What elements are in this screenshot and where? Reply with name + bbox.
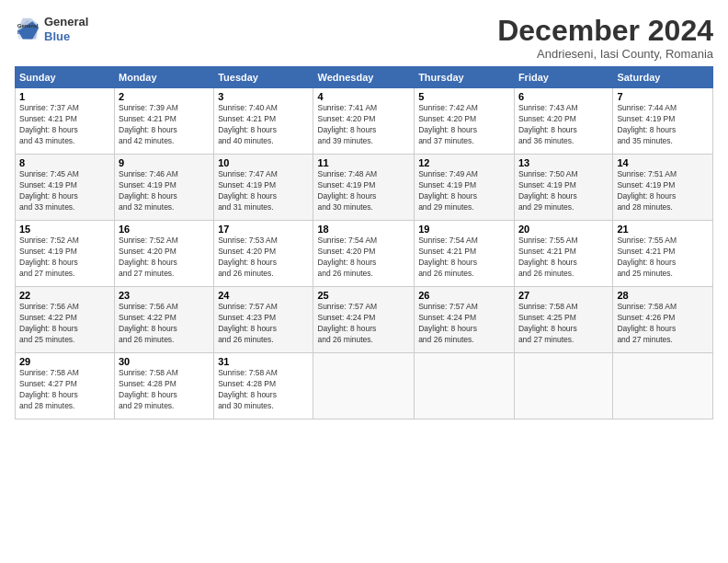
day-number: 18 <box>317 224 410 235</box>
calendar-body: 1Sunrise: 7:37 AM Sunset: 4:21 PM Daylig… <box>16 88 713 419</box>
logo: General Blue General Blue <box>15 15 88 43</box>
calendar-cell <box>313 353 415 419</box>
day-number: 21 <box>617 224 709 235</box>
day-number: 23 <box>119 290 210 301</box>
day-info: Sunrise: 7:50 AM Sunset: 4:19 PM Dayligh… <box>518 169 609 213</box>
day-number: 24 <box>218 290 309 301</box>
calendar-cell: 31Sunrise: 7:58 AM Sunset: 4:28 PM Dayli… <box>214 353 313 419</box>
weekday-header-tuesday: Tuesday <box>214 67 313 88</box>
calendar-cell: 21Sunrise: 7:55 AM Sunset: 4:21 PM Dayli… <box>613 221 713 287</box>
calendar-cell: 3Sunrise: 7:40 AM Sunset: 4:21 PM Daylig… <box>214 88 313 155</box>
title-area: December 2024 Andrieseni, Iasi County, R… <box>497 15 713 61</box>
day-info: Sunrise: 7:37 AM Sunset: 4:21 PM Dayligh… <box>19 103 110 147</box>
calendar-cell: 26Sunrise: 7:57 AM Sunset: 4:24 PM Dayli… <box>415 287 515 353</box>
calendar-cell: 5Sunrise: 7:42 AM Sunset: 4:20 PM Daylig… <box>415 88 515 155</box>
day-number: 26 <box>418 290 510 301</box>
day-info: Sunrise: 7:54 AM Sunset: 4:20 PM Dayligh… <box>317 236 410 280</box>
day-info: Sunrise: 7:57 AM Sunset: 4:24 PM Dayligh… <box>418 302 510 346</box>
calendar-cell: 28Sunrise: 7:58 AM Sunset: 4:26 PM Dayli… <box>613 287 713 353</box>
day-number: 10 <box>218 157 309 168</box>
month-title: December 2024 <box>497 15 713 47</box>
day-number: 8 <box>19 157 110 168</box>
calendar-week-5: 29Sunrise: 7:58 AM Sunset: 4:27 PM Dayli… <box>16 353 713 419</box>
day-number: 20 <box>518 224 609 235</box>
day-info: Sunrise: 7:49 AM Sunset: 4:19 PM Dayligh… <box>418 169 510 213</box>
calendar-week-3: 15Sunrise: 7:52 AM Sunset: 4:19 PM Dayli… <box>16 221 713 287</box>
day-info: Sunrise: 7:58 AM Sunset: 4:28 PM Dayligh… <box>218 368 309 412</box>
day-info: Sunrise: 7:55 AM Sunset: 4:21 PM Dayligh… <box>518 236 609 280</box>
logo-text-general: General <box>44 15 88 29</box>
calendar-cell: 27Sunrise: 7:58 AM Sunset: 4:25 PM Dayli… <box>514 287 612 353</box>
day-info: Sunrise: 7:41 AM Sunset: 4:20 PM Dayligh… <box>317 103 410 147</box>
calendar-table: SundayMondayTuesdayWednesdayThursdayFrid… <box>15 66 713 419</box>
logo-icon: General Blue <box>15 17 40 42</box>
svg-text:General: General <box>17 22 39 29</box>
calendar-cell: 23Sunrise: 7:56 AM Sunset: 4:22 PM Dayli… <box>115 287 214 353</box>
day-number: 11 <box>317 157 410 168</box>
day-number: 30 <box>119 356 210 367</box>
day-info: Sunrise: 7:56 AM Sunset: 4:22 PM Dayligh… <box>119 302 210 346</box>
calendar-cell: 12Sunrise: 7:49 AM Sunset: 4:19 PM Dayli… <box>415 155 515 221</box>
day-number: 4 <box>317 91 410 102</box>
calendar-week-1: 1Sunrise: 7:37 AM Sunset: 4:21 PM Daylig… <box>16 88 713 155</box>
calendar-header-row: SundayMondayTuesdayWednesdayThursdayFrid… <box>16 67 713 88</box>
calendar-cell: 7Sunrise: 7:44 AM Sunset: 4:19 PM Daylig… <box>613 88 713 155</box>
day-info: Sunrise: 7:55 AM Sunset: 4:21 PM Dayligh… <box>617 236 709 280</box>
day-info: Sunrise: 7:58 AM Sunset: 4:28 PM Dayligh… <box>119 368 210 412</box>
day-number: 13 <box>518 157 609 168</box>
day-info: Sunrise: 7:42 AM Sunset: 4:20 PM Dayligh… <box>418 103 510 147</box>
calendar-cell: 24Sunrise: 7:57 AM Sunset: 4:23 PM Dayli… <box>214 287 313 353</box>
day-number: 27 <box>518 290 609 301</box>
header: General Blue General Blue December 2024 … <box>15 15 713 61</box>
calendar-cell: 29Sunrise: 7:58 AM Sunset: 4:27 PM Dayli… <box>16 353 115 419</box>
day-info: Sunrise: 7:56 AM Sunset: 4:22 PM Dayligh… <box>19 302 110 346</box>
day-number: 7 <box>617 91 709 102</box>
day-number: 29 <box>19 356 110 367</box>
day-number: 5 <box>418 91 510 102</box>
day-info: Sunrise: 7:57 AM Sunset: 4:24 PM Dayligh… <box>317 302 410 346</box>
day-info: Sunrise: 7:47 AM Sunset: 4:19 PM Dayligh… <box>218 169 309 213</box>
day-info: Sunrise: 7:58 AM Sunset: 4:27 PM Dayligh… <box>19 368 110 412</box>
day-number: 14 <box>617 157 709 168</box>
day-number: 16 <box>119 224 210 235</box>
calendar-cell: 25Sunrise: 7:57 AM Sunset: 4:24 PM Dayli… <box>313 287 415 353</box>
calendar-cell: 22Sunrise: 7:56 AM Sunset: 4:22 PM Dayli… <box>16 287 115 353</box>
calendar-cell: 30Sunrise: 7:58 AM Sunset: 4:28 PM Dayli… <box>115 353 214 419</box>
calendar-cell: 17Sunrise: 7:53 AM Sunset: 4:20 PM Dayli… <box>214 221 313 287</box>
weekday-header-thursday: Thursday <box>415 67 515 88</box>
calendar-cell <box>613 353 713 419</box>
day-info: Sunrise: 7:48 AM Sunset: 4:19 PM Dayligh… <box>317 169 410 213</box>
day-info: Sunrise: 7:54 AM Sunset: 4:21 PM Dayligh… <box>418 236 510 280</box>
calendar-cell: 9Sunrise: 7:46 AM Sunset: 4:19 PM Daylig… <box>115 155 214 221</box>
day-number: 17 <box>218 224 309 235</box>
day-info: Sunrise: 7:40 AM Sunset: 4:21 PM Dayligh… <box>218 103 309 147</box>
location-subtitle: Andrieseni, Iasi County, Romania <box>497 47 713 61</box>
calendar-cell: 14Sunrise: 7:51 AM Sunset: 4:19 PM Dayli… <box>613 155 713 221</box>
day-number: 31 <box>218 356 309 367</box>
weekday-header-sunday: Sunday <box>16 67 115 88</box>
day-number: 2 <box>119 91 210 102</box>
calendar-cell: 15Sunrise: 7:52 AM Sunset: 4:19 PM Dayli… <box>16 221 115 287</box>
page-container: General Blue General Blue December 2024 … <box>0 0 728 427</box>
calendar-week-4: 22Sunrise: 7:56 AM Sunset: 4:22 PM Dayli… <box>16 287 713 353</box>
calendar-cell: 2Sunrise: 7:39 AM Sunset: 4:21 PM Daylig… <box>115 88 214 155</box>
day-info: Sunrise: 7:51 AM Sunset: 4:19 PM Dayligh… <box>617 169 709 213</box>
day-number: 1 <box>19 91 110 102</box>
logo-text-blue: Blue <box>44 29 88 44</box>
day-number: 9 <box>119 157 210 168</box>
svg-text:Blue: Blue <box>17 29 30 35</box>
day-info: Sunrise: 7:58 AM Sunset: 4:26 PM Dayligh… <box>617 302 709 346</box>
day-info: Sunrise: 7:57 AM Sunset: 4:23 PM Dayligh… <box>218 302 309 346</box>
weekday-header-friday: Friday <box>514 67 612 88</box>
day-number: 22 <box>19 290 110 301</box>
calendar-cell <box>415 353 515 419</box>
calendar-week-2: 8Sunrise: 7:45 AM Sunset: 4:19 PM Daylig… <box>16 155 713 221</box>
calendar-cell: 4Sunrise: 7:41 AM Sunset: 4:20 PM Daylig… <box>313 88 415 155</box>
day-info: Sunrise: 7:53 AM Sunset: 4:20 PM Dayligh… <box>218 236 309 280</box>
calendar-cell: 6Sunrise: 7:43 AM Sunset: 4:20 PM Daylig… <box>514 88 612 155</box>
day-info: Sunrise: 7:44 AM Sunset: 4:19 PM Dayligh… <box>617 103 709 147</box>
calendar-cell: 18Sunrise: 7:54 AM Sunset: 4:20 PM Dayli… <box>313 221 415 287</box>
calendar-cell <box>514 353 612 419</box>
day-number: 12 <box>418 157 510 168</box>
day-info: Sunrise: 7:52 AM Sunset: 4:19 PM Dayligh… <box>19 236 110 280</box>
